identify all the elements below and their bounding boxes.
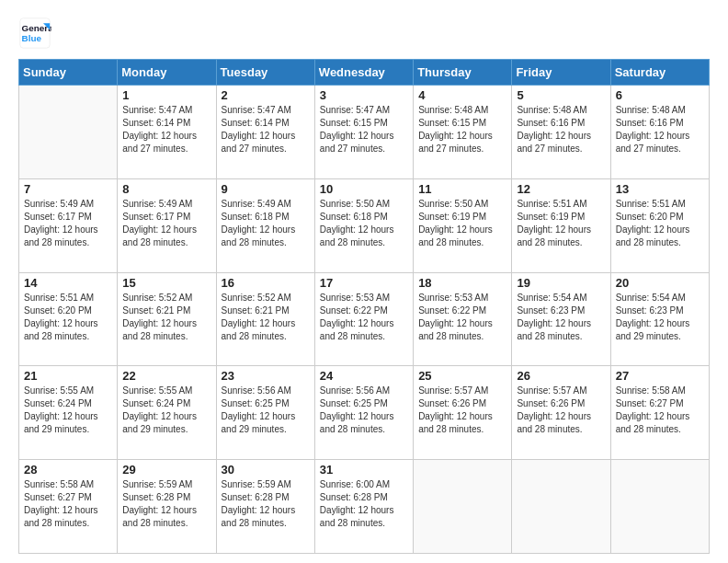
day-info: Sunrise: 5:53 AM Sunset: 6:22 PM Dayligh… — [320, 292, 408, 343]
calendar-cell: 22Sunrise: 5:55 AM Sunset: 6:24 PM Dayli… — [118, 366, 216, 460]
day-info: Sunrise: 5:56 AM Sunset: 6:25 PM Dayligh… — [320, 385, 408, 436]
day-number: 27 — [616, 369, 704, 383]
day-number: 1 — [122, 88, 210, 102]
day-number: 28 — [24, 463, 112, 477]
calendar-table: SundayMondayTuesdayWednesdayThursdayFrid… — [18, 59, 710, 554]
calendar-cell: 26Sunrise: 5:57 AM Sunset: 6:26 PM Dayli… — [512, 366, 610, 460]
day-number: 10 — [320, 182, 408, 196]
calendar-cell: 21Sunrise: 5:55 AM Sunset: 6:24 PM Dayli… — [19, 366, 118, 460]
day-info: Sunrise: 5:57 AM Sunset: 6:26 PM Dayligh… — [418, 385, 506, 436]
calendar-cell: 3Sunrise: 5:47 AM Sunset: 6:15 PM Daylig… — [314, 86, 413, 179]
calendar-cell: 11Sunrise: 5:50 AM Sunset: 6:19 PM Dayli… — [414, 178, 512, 272]
calendar-cell — [512, 460, 610, 554]
day-number: 19 — [517, 276, 605, 290]
day-number: 15 — [122, 276, 210, 290]
calendar-cell: 5Sunrise: 5:48 AM Sunset: 6:16 PM Daylig… — [512, 86, 610, 179]
day-number: 5 — [517, 88, 605, 102]
day-info: Sunrise: 5:59 AM Sunset: 6:28 PM Dayligh… — [222, 478, 310, 530]
weekday-header-row: SundayMondayTuesdayWednesdayThursdayFrid… — [19, 60, 710, 86]
day-info: Sunrise: 5:48 AM Sunset: 6:15 PM Dayligh… — [418, 104, 506, 155]
calendar-cell: 23Sunrise: 5:56 AM Sunset: 6:25 PM Dayli… — [216, 366, 314, 460]
day-number: 9 — [222, 182, 310, 196]
calendar-cell: 19Sunrise: 5:54 AM Sunset: 6:23 PM Dayli… — [512, 272, 610, 366]
calendar-cell: 10Sunrise: 5:50 AM Sunset: 6:18 PM Dayli… — [314, 178, 413, 272]
day-number: 16 — [222, 276, 310, 290]
calendar-cell: 27Sunrise: 5:58 AM Sunset: 6:27 PM Dayli… — [610, 366, 709, 460]
day-info: Sunrise: 5:57 AM Sunset: 6:26 PM Dayligh… — [517, 385, 605, 436]
calendar-cell: 2Sunrise: 5:47 AM Sunset: 6:14 PM Daylig… — [216, 86, 314, 179]
weekday-header-monday: Monday — [118, 60, 216, 86]
calendar-page: General Blue SundayMondayTuesdayWednesda… — [0, 0, 728, 563]
day-number: 2 — [222, 88, 310, 102]
calendar-cell — [414, 460, 512, 554]
day-info: Sunrise: 5:54 AM Sunset: 6:23 PM Dayligh… — [517, 292, 605, 343]
day-info: Sunrise: 5:58 AM Sunset: 6:27 PM Dayligh… — [616, 385, 704, 436]
calendar-cell: 4Sunrise: 5:48 AM Sunset: 6:15 PM Daylig… — [414, 86, 512, 179]
day-info: Sunrise: 5:47 AM Sunset: 6:14 PM Dayligh… — [122, 104, 210, 155]
logo: General Blue — [18, 17, 51, 50]
day-info: Sunrise: 5:48 AM Sunset: 6:16 PM Dayligh… — [616, 104, 704, 155]
week-row-5: 28Sunrise: 5:58 AM Sunset: 6:27 PM Dayli… — [19, 460, 710, 554]
weekday-header-tuesday: Tuesday — [216, 60, 314, 86]
day-info: Sunrise: 5:55 AM Sunset: 6:24 PM Dayligh… — [122, 385, 210, 436]
day-info: Sunrise: 5:51 AM Sunset: 6:20 PM Dayligh… — [24, 292, 112, 343]
calendar-cell: 29Sunrise: 5:59 AM Sunset: 6:28 PM Dayli… — [118, 460, 216, 554]
week-row-2: 7Sunrise: 5:49 AM Sunset: 6:17 PM Daylig… — [19, 178, 710, 272]
calendar-cell: 7Sunrise: 5:49 AM Sunset: 6:17 PM Daylig… — [19, 178, 118, 272]
calendar-cell: 20Sunrise: 5:54 AM Sunset: 6:23 PM Dayli… — [610, 272, 709, 366]
day-number: 4 — [418, 88, 506, 102]
week-row-3: 14Sunrise: 5:51 AM Sunset: 6:20 PM Dayli… — [19, 272, 710, 366]
calendar-cell: 1Sunrise: 5:47 AM Sunset: 6:14 PM Daylig… — [118, 86, 216, 179]
calendar-cell — [610, 460, 709, 554]
week-row-1: 1Sunrise: 5:47 AM Sunset: 6:14 PM Daylig… — [19, 86, 710, 179]
weekday-header-friday: Friday — [512, 60, 610, 86]
header: General Blue — [18, 17, 710, 50]
day-number: 25 — [418, 369, 506, 383]
day-info: Sunrise: 5:58 AM Sunset: 6:27 PM Dayligh… — [24, 478, 112, 530]
day-info: Sunrise: 6:00 AM Sunset: 6:28 PM Dayligh… — [320, 478, 408, 530]
day-info: Sunrise: 5:49 AM Sunset: 6:18 PM Dayligh… — [222, 198, 310, 249]
calendar-cell: 15Sunrise: 5:52 AM Sunset: 6:21 PM Dayli… — [118, 272, 216, 366]
day-info: Sunrise: 5:56 AM Sunset: 6:25 PM Dayligh… — [222, 385, 310, 436]
svg-text:Blue: Blue — [22, 33, 42, 43]
day-number: 22 — [122, 369, 210, 383]
day-number: 3 — [320, 88, 408, 102]
day-info: Sunrise: 5:52 AM Sunset: 6:21 PM Dayligh… — [122, 292, 210, 343]
calendar-cell: 16Sunrise: 5:52 AM Sunset: 6:21 PM Dayli… — [216, 272, 314, 366]
week-row-4: 21Sunrise: 5:55 AM Sunset: 6:24 PM Dayli… — [19, 366, 710, 460]
weekday-header-wednesday: Wednesday — [314, 60, 413, 86]
calendar-cell: 6Sunrise: 5:48 AM Sunset: 6:16 PM Daylig… — [610, 86, 709, 179]
day-info: Sunrise: 5:47 AM Sunset: 6:15 PM Dayligh… — [320, 104, 408, 155]
day-number: 14 — [24, 276, 112, 290]
calendar-cell: 25Sunrise: 5:57 AM Sunset: 6:26 PM Dayli… — [414, 366, 512, 460]
day-number: 6 — [616, 88, 704, 102]
day-info: Sunrise: 5:52 AM Sunset: 6:21 PM Dayligh… — [222, 292, 310, 343]
calendar-cell: 17Sunrise: 5:53 AM Sunset: 6:22 PM Dayli… — [314, 272, 413, 366]
logo-icon: General Blue — [18, 17, 51, 50]
calendar-cell: 31Sunrise: 6:00 AM Sunset: 6:28 PM Dayli… — [314, 460, 413, 554]
calendar-cell: 24Sunrise: 5:56 AM Sunset: 6:25 PM Dayli… — [314, 366, 413, 460]
day-number: 23 — [222, 369, 310, 383]
calendar-cell: 30Sunrise: 5:59 AM Sunset: 6:28 PM Dayli… — [216, 460, 314, 554]
day-info: Sunrise: 5:51 AM Sunset: 6:19 PM Dayligh… — [517, 198, 605, 249]
day-info: Sunrise: 5:51 AM Sunset: 6:20 PM Dayligh… — [616, 198, 704, 249]
day-info: Sunrise: 5:53 AM Sunset: 6:22 PM Dayligh… — [418, 292, 506, 343]
day-number: 18 — [418, 276, 506, 290]
day-number: 12 — [517, 182, 605, 196]
day-info: Sunrise: 5:55 AM Sunset: 6:24 PM Dayligh… — [24, 385, 112, 436]
calendar-cell: 8Sunrise: 5:49 AM Sunset: 6:17 PM Daylig… — [118, 178, 216, 272]
calendar-cell: 12Sunrise: 5:51 AM Sunset: 6:19 PM Dayli… — [512, 178, 610, 272]
day-info: Sunrise: 5:59 AM Sunset: 6:28 PM Dayligh… — [122, 478, 210, 530]
day-info: Sunrise: 5:48 AM Sunset: 6:16 PM Dayligh… — [517, 104, 605, 155]
day-number: 24 — [320, 369, 408, 383]
weekday-header-thursday: Thursday — [414, 60, 512, 86]
day-info: Sunrise: 5:50 AM Sunset: 6:18 PM Dayligh… — [320, 198, 408, 249]
calendar-cell: 14Sunrise: 5:51 AM Sunset: 6:20 PM Dayli… — [19, 272, 118, 366]
day-number: 26 — [517, 369, 605, 383]
day-number: 29 — [122, 463, 210, 477]
day-number: 8 — [122, 182, 210, 196]
calendar-cell: 18Sunrise: 5:53 AM Sunset: 6:22 PM Dayli… — [414, 272, 512, 366]
day-number: 31 — [320, 463, 408, 477]
day-number: 30 — [222, 463, 310, 477]
day-number: 17 — [320, 276, 408, 290]
